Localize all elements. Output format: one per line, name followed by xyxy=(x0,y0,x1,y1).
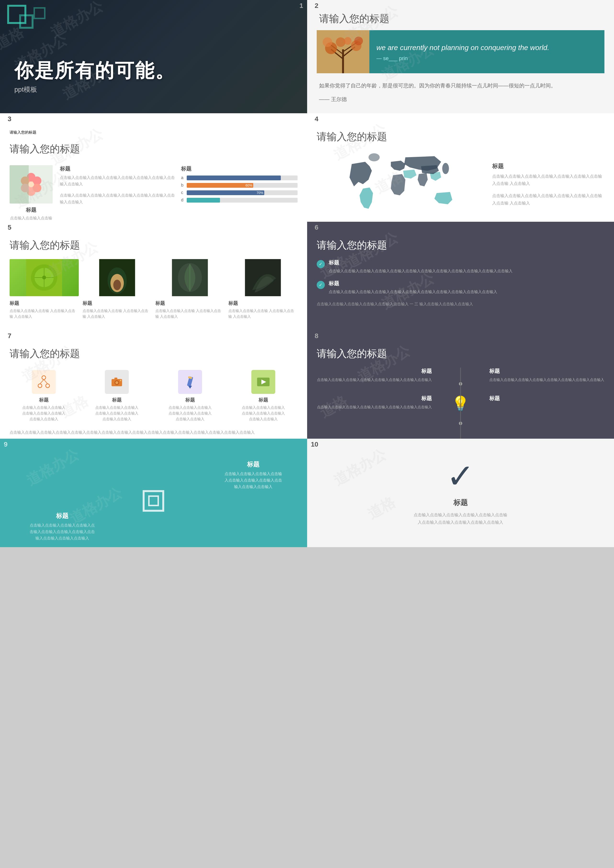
slide5-img2 xyxy=(82,259,152,296)
decor-square-3 xyxy=(34,7,45,19)
slide-7: 7 请输入您的标题 标题 点击输入点击输入点击输入点击输入点击输入点击输入点击输… xyxy=(0,330,307,439)
slide3-right: 标题 点击输入点击输入点击输入点击输入点击输入点击输入点击输入点击输入点击输入 … xyxy=(60,165,298,222)
slide8-left-text-2: 点击输入点击输入点击输入点击输入点击输入点击输入点击输入点击输入 xyxy=(317,404,432,410)
bar-row-d: d xyxy=(181,197,297,203)
slide4-map-container xyxy=(317,151,485,219)
slide3-flower-img xyxy=(9,165,53,203)
slide9-number: 9 xyxy=(4,441,8,448)
slide3-text-blocks: 标题 点击输入点击输入点击输入点击输入点击输入点击输入点击输入点击输入点击输入 … xyxy=(60,165,176,222)
svg-rect-21 xyxy=(9,165,29,203)
slide5-number: 5 xyxy=(8,224,11,231)
slide5-desc-3: 点击输入点击输入点击输 入点击输入点击输 入点击输入 xyxy=(155,308,225,320)
svg-point-39 xyxy=(42,376,46,379)
slide9-bottom-item: 标题 点击输入点击输入点击输入点击输入点击输入点击输入点击输入点击输入点击输入点… xyxy=(29,512,96,542)
slide3-block1-text: 点击输入点击输入点击输入点击输入点击输入点击输入点击输入点击输入点击输入 xyxy=(60,174,176,187)
slide8-left-col: 标题 点击输入点击输入点击输入点击输入点击输入点击输入点击输入点击输入 标题 点… xyxy=(317,368,451,439)
slide7-icons-row: 标题 点击输入点击输入点击输入点击输入点击输入点击输入点击输入点击输入 标题 点… xyxy=(9,370,298,422)
slide7-icon-box-2 xyxy=(105,370,129,394)
slide9-bottom-label: 标题 xyxy=(29,512,96,520)
slide-10: 10 ✓ 标题 点击输入点击输入点击输入点击输入点击输入点击输入点击输入点击输入… xyxy=(307,439,614,547)
slide7-icon-label-1: 标题 xyxy=(39,397,49,403)
slide2-banner-attr: — se___ prin xyxy=(377,55,597,62)
slide6-item-1-text: 点击输入点击输入点击输入点击输入点击输入点击输入点击输入点击输入点击输入点击输入… xyxy=(329,268,513,274)
slide1-title: 你是所有的可能。 xyxy=(14,60,175,81)
slide3-bars: 标题 a b 60% xyxy=(181,165,297,222)
slide7-icon-item-1: 标题 点击输入点击输入点击输入点击输入点击输入点击输入点击输入点击输入 xyxy=(9,370,78,422)
svg-point-10 xyxy=(336,37,346,47)
hierarchy-icon xyxy=(37,375,51,389)
svg-point-34 xyxy=(113,279,121,290)
slide3-bars-label: 标题 xyxy=(181,165,297,172)
svg-point-30 xyxy=(42,276,46,279)
slide8-left-label-2: 标题 xyxy=(317,395,432,402)
slide-2: 2 请输入您的标题 xyxy=(307,0,614,113)
slide5-img3 xyxy=(155,259,225,296)
slide6-check-1: ✓ xyxy=(317,260,325,268)
slide2-banner-text: we are currently not planning on conquer… xyxy=(369,37,605,66)
slide8-vertical-line xyxy=(460,368,461,439)
slide6-item-2: ✓ 标题 点击输入点击输入点击输入点击输入点击输入点击输入点击输入点击输入点击输… xyxy=(317,280,605,295)
slide7-icon-label-4: 标题 xyxy=(259,397,268,403)
bar-a-letter: a xyxy=(181,175,185,180)
slide2-number: 2 xyxy=(315,2,319,9)
slide9-bottom-section: 标题 点击输入点击输入点击输入点击输入点击输入点击输入点击输入点击输入点击输入点… xyxy=(9,512,298,547)
slide5-labels: 标题 点击输入点击输入点击输 入点击输入点击输 入点击输入 标题 点击输入点击输… xyxy=(9,300,298,320)
slide3-layout: 标题 点击输入点击输入点击输 入点击输入点击输入点击 输入 标题 点击输入点击输… xyxy=(9,165,298,222)
slide7-icon-box-4 xyxy=(251,370,275,394)
slide2-quote-text: we are currently not planning on conquer… xyxy=(377,42,597,53)
slide7-footer: 点击输入点击输入点击输入点击输入点击输入点击输入点击输入点击输入点击输入点击输入… xyxy=(9,429,298,436)
slide6-item-1-label: 标题 xyxy=(329,259,513,266)
slide5-img4 xyxy=(228,259,298,296)
slide5-img1 xyxy=(9,259,79,296)
slide10-text: 点击输入点击输入点击输入点击输入点击输入点击输入点击输入点击输入点击输入点击输入… xyxy=(413,511,509,526)
slide5-item-4: 标题 点击输入点击输入点击输 入点击输入点击输 入点击输入 xyxy=(228,300,298,320)
slide3-title: 请输入您的标题 xyxy=(9,130,298,135)
camera-icon xyxy=(110,375,124,389)
svg-point-8 xyxy=(323,37,332,47)
slide3-title-text: 请输入您的标题 xyxy=(9,142,298,156)
svg-point-48 xyxy=(120,380,121,381)
bar-a-track xyxy=(187,175,297,180)
slide10-layout: ✓ 标题 点击输入点击输入点击输入点击输入点击输入点击输入点击输入点击输入点击输… xyxy=(317,448,605,537)
bar-a-fill xyxy=(187,175,281,180)
slide7-icon-item-3: 标题 点击输入点击输入点击输入点击输入点击输入点击输入点击输入点击输入 xyxy=(156,370,224,422)
lime-svg xyxy=(9,259,79,296)
slide1-content: 你是所有的可能。 ppt模板 xyxy=(14,60,175,94)
flower-svg xyxy=(9,165,53,203)
slide7-icon-item-2: 标题 点击输入点击输入点击输入点击输入点击输入点击输入点击输入点击输入 xyxy=(83,370,151,422)
slide3-left-label: 标题 xyxy=(26,207,36,214)
slide1-number: 1 xyxy=(299,2,303,9)
bar-b-fill: 60% xyxy=(187,183,253,188)
slide-1: 你是所有的可能。 ppt模板 道格办公 道格办公 道格办公 道格 1 xyxy=(0,0,307,113)
bar-b-track: 60% xyxy=(187,183,297,188)
slide8-right-label-2: 标题 xyxy=(489,395,605,402)
slide2-title: 请输入您的标题 xyxy=(319,12,605,25)
slide7-icon-desc-1: 点击输入点击输入点击输入点击输入点击输入点击输入点击输入点击输入 xyxy=(22,405,65,422)
slide6-title: 请输入您的标题 xyxy=(317,239,605,252)
slide4-right: 标题 点击输入点击输入点击输入点击输入点击输入点击输入点击输入点击输 入点击输入… xyxy=(492,151,605,219)
slide7-icon-box-1 xyxy=(32,370,56,394)
pencil-icon xyxy=(183,375,197,389)
bar-b-pct: 60% xyxy=(246,183,252,187)
slide5-desc-2: 点击输入点击输入点击输 入点击输入点击输 入点击输入 xyxy=(82,308,152,320)
bar-row-a: a xyxy=(181,175,297,180)
slide5-images xyxy=(9,259,298,296)
slide2-main-attr: —— 王尔德 xyxy=(317,96,605,103)
tree-svg xyxy=(317,30,369,73)
slide9-layout: 标题 点击输入点击输入点击输入点击输入点击输入点击输入点击输入点击输入点击输入点… xyxy=(9,448,298,537)
slide4-right-text: 点击输入点击输入点击输入点击输入点击输入点击输入点击输入点击输 入点击输入 xyxy=(492,173,605,188)
slide10-number: 10 xyxy=(311,441,318,448)
slide7-icon-desc-2: 点击输入点击输入点击输入点击输入点击输入点击输入点击输入点击输入 xyxy=(95,405,138,422)
bar-c-fill: 70% xyxy=(187,190,264,195)
slide7-number: 7 xyxy=(8,332,11,340)
slide4-number: 4 xyxy=(315,115,319,123)
slide6-check-2: ✓ xyxy=(317,281,325,289)
svg-point-40 xyxy=(38,384,42,388)
slide7-icon-label-3: 标题 xyxy=(185,397,195,403)
slide2-banner: we are currently not planning on conquer… xyxy=(317,30,605,73)
slide4-right-text2: 点击输入点击输入点击输入点击输入点击输入点击输入点击输入点击输 入点击输入 xyxy=(492,192,605,207)
slide8-content: 标题 点击输入点击输入点击输入点击输入点击输入点击输入点击输入点击输入 标题 点… xyxy=(317,368,605,439)
slide9-outer-square xyxy=(143,490,164,512)
slide8-right-item-1: 标题 点击输入点击输入点击输入点击输入点击输入点击输入点击输入点击输入 xyxy=(489,368,605,383)
slide6-item-2-text: 点击输入点击输入点击输入点击输入点击输入点击输入点击输入点击输入点击输入点击输入… xyxy=(329,289,497,295)
